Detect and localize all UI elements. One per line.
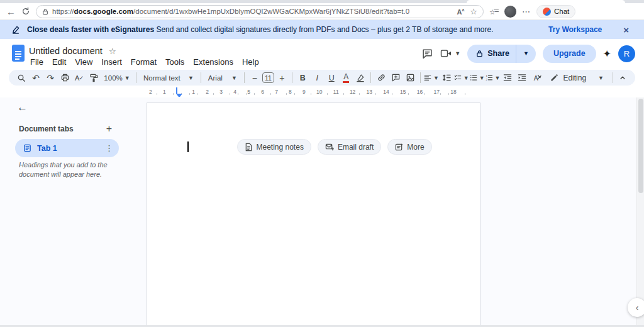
align-left-icon[interactable]: ▼ bbox=[424, 70, 439, 85]
close-outline-panel-icon[interactable]: ← bbox=[17, 101, 28, 114]
lock-icon[interactable] bbox=[42, 8, 48, 15]
share-dropdown[interactable]: ▼ bbox=[516, 45, 536, 63]
vertical-scrollbar[interactable] bbox=[636, 97, 644, 327]
signature-pen-icon bbox=[11, 25, 21, 35]
more-templates-chip[interactable]: More bbox=[387, 139, 431, 155]
chip-label: Email draft bbox=[338, 143, 374, 152]
font-size-input[interactable]: 11 bbox=[262, 72, 274, 83]
comment-history-icon[interactable] bbox=[421, 48, 433, 60]
try-workspace-link[interactable]: Try Workspace bbox=[548, 25, 602, 34]
italic-button[interactable]: I bbox=[310, 70, 324, 85]
search-menus-icon[interactable] bbox=[14, 70, 28, 85]
redo-icon[interactable]: ↷ bbox=[43, 70, 57, 85]
underline-button[interactable]: U bbox=[325, 70, 338, 85]
banner-text: Close deals faster with eSignatures Send… bbox=[27, 25, 493, 34]
highlight-color-icon[interactable] bbox=[353, 70, 367, 85]
share-button[interactable]: Share ▼ bbox=[467, 45, 536, 63]
document-title[interactable]: Untitled document bbox=[29, 46, 103, 56]
add-comment-icon[interactable] bbox=[389, 70, 402, 85]
bulleted-list-icon[interactable]: ▼ bbox=[470, 70, 485, 85]
styles-select[interactable]: Normal text▼ bbox=[140, 70, 197, 85]
decrease-font-icon[interactable]: − bbox=[248, 70, 262, 85]
chat-logo-icon bbox=[543, 8, 551, 16]
address-bar[interactable]: https://docs.google.com/document/d/1wxbw… bbox=[36, 5, 484, 18]
text-cursor bbox=[187, 141, 189, 152]
toolbar-separator bbox=[613, 72, 613, 83]
increase-font-icon[interactable]: + bbox=[275, 70, 289, 85]
zoom-select[interactable]: 100%▼ bbox=[101, 70, 133, 85]
scrollbar-thumb[interactable] bbox=[638, 99, 643, 193]
browser-back-icon[interactable]: ← bbox=[6, 7, 16, 16]
ruler[interactable]: 2 1 123456789101112131415161718 bbox=[0, 86, 644, 97]
content-area: ← Document tabs + Tab 1 ⋮ Headings that … bbox=[0, 97, 644, 327]
menu-help[interactable]: Help bbox=[238, 56, 264, 68]
toolbar-separator bbox=[420, 72, 421, 83]
gemini-sparkle-icon[interactable]: ✦ bbox=[603, 48, 611, 60]
add-tab-icon[interactable]: + bbox=[106, 123, 112, 135]
url-text: https://docs.google.com/document/d/1wxbw… bbox=[52, 8, 409, 15]
account-avatar[interactable]: R bbox=[618, 45, 635, 62]
meet-video-icon[interactable]: ▼ bbox=[440, 48, 460, 58]
document-page[interactable]: Meeting notes Email draft More bbox=[147, 103, 480, 327]
read-aloud-icon[interactable]: Aʌ bbox=[457, 8, 464, 16]
lock-icon bbox=[476, 50, 483, 57]
menu-extensions[interactable]: Extensions bbox=[189, 56, 238, 68]
banner-close-icon[interactable]: × bbox=[623, 25, 629, 35]
hide-menus-icon[interactable] bbox=[616, 70, 630, 85]
decrease-indent-icon[interactable] bbox=[501, 70, 514, 85]
svg-text:2: 2 bbox=[486, 78, 487, 81]
paint-format-icon[interactable] bbox=[87, 70, 101, 85]
insert-link-icon[interactable] bbox=[374, 70, 388, 85]
toolbar-separator bbox=[201, 72, 201, 83]
menu-file[interactable]: File bbox=[26, 56, 48, 68]
browser-chrome: ← https://docs.google.com/document/d/1wx… bbox=[0, 0, 644, 19]
numbered-list-icon[interactable]: 12 ▼ bbox=[486, 70, 501, 85]
menu-edit[interactable]: Edit bbox=[48, 56, 70, 68]
left-indent-marker[interactable] bbox=[176, 87, 182, 97]
editing-mode-select[interactable]: Editing ▼ bbox=[544, 70, 610, 85]
docs-logo-icon[interactable] bbox=[12, 45, 25, 62]
font-select[interactable]: Arial▼ bbox=[204, 70, 241, 85]
line-spacing-icon[interactable] bbox=[440, 70, 453, 85]
smart-chips: Meeting notes Email draft More bbox=[237, 139, 432, 155]
spellcheck-icon[interactable]: A✓ bbox=[72, 70, 86, 85]
insert-image-icon[interactable] bbox=[403, 70, 417, 85]
document-tabs-header: Document tabs + bbox=[19, 123, 112, 135]
browser-menu-icon[interactable]: ⋯ bbox=[522, 7, 531, 16]
star-document-icon[interactable]: ☆ bbox=[109, 47, 116, 55]
tab-options-kebab-icon[interactable]: ⋮ bbox=[105, 143, 113, 153]
share-label: Share bbox=[487, 49, 509, 58]
text-color-button[interactable]: A bbox=[339, 70, 353, 85]
toolbar-separator bbox=[292, 72, 292, 83]
email-draft-chip[interactable]: Email draft bbox=[318, 139, 381, 155]
show-side-panel-button[interactable]: ‹ bbox=[628, 298, 644, 317]
chip-label: More bbox=[407, 143, 424, 152]
pencil-icon bbox=[550, 74, 558, 82]
browser-reload-icon[interactable] bbox=[21, 7, 30, 16]
menu-tools[interactable]: Tools bbox=[161, 56, 189, 68]
menu-view[interactable]: View bbox=[70, 56, 97, 68]
editing-mode-label: Editing bbox=[563, 74, 586, 82]
sidebar-item-tab1[interactable]: Tab 1 ⋮ bbox=[15, 139, 119, 157]
chevron-down-icon[interactable]: ▼ bbox=[455, 50, 460, 57]
ruler-scale: 2 1 123456789101112131415161718 bbox=[148, 87, 473, 96]
svg-text:1: 1 bbox=[486, 74, 487, 77]
clear-formatting-icon[interactable]: A bbox=[530, 70, 543, 85]
menu-insert[interactable]: Insert bbox=[97, 56, 126, 68]
browser-navbar: ← https://docs.google.com/document/d/1wx… bbox=[0, 3, 644, 19]
chip-label: Meeting notes bbox=[257, 143, 304, 152]
chat-button[interactable]: Chat bbox=[536, 5, 575, 18]
compose-sparkle-icon bbox=[395, 143, 403, 151]
favorite-star-icon[interactable]: ☆ bbox=[470, 8, 477, 16]
menu-format[interactable]: Format bbox=[126, 56, 161, 68]
meeting-notes-chip[interactable]: Meeting notes bbox=[237, 139, 311, 155]
collections-icon[interactable]: ☆ bbox=[489, 8, 499, 16]
checklist-icon[interactable]: ▼ bbox=[454, 70, 469, 85]
undo-icon[interactable]: ↶ bbox=[29, 70, 43, 85]
bold-button[interactable]: B bbox=[296, 70, 309, 85]
toolbar-separator bbox=[370, 72, 371, 83]
upgrade-button[interactable]: Upgrade bbox=[543, 45, 596, 63]
increase-indent-icon[interactable] bbox=[515, 70, 529, 85]
print-icon[interactable] bbox=[58, 70, 72, 85]
browser-profile-avatar[interactable] bbox=[504, 6, 516, 18]
